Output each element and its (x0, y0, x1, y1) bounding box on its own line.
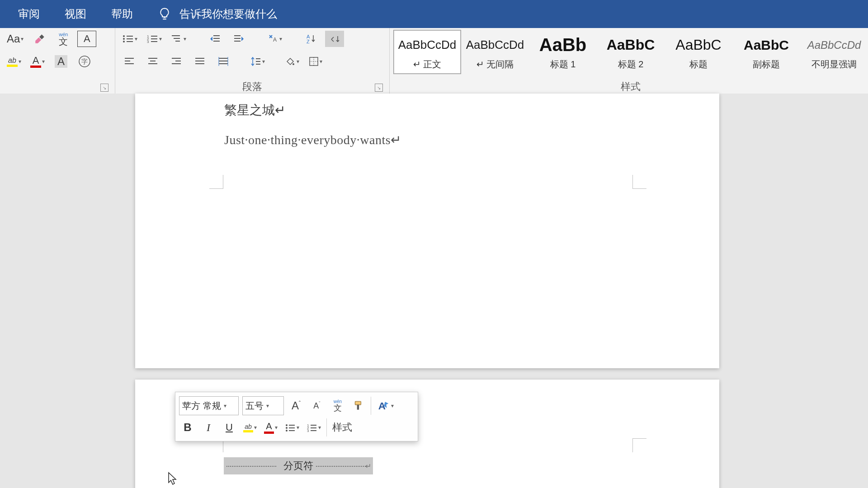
style-item[interactable]: AaBb标题 1 (529, 30, 597, 74)
eraser-icon (34, 33, 46, 45)
numbering-icon: 123 (146, 34, 158, 44)
svg-rect-18 (213, 38, 220, 39)
svg-rect-16 (175, 41, 180, 42)
page-break-indicator[interactable]: 分页符 ↵ (224, 457, 373, 474)
styles-gallery-row: AaBbCcDd↵ 正文AaBbCcDd↵ 无间隔AaBb标题 1AaBbC标题… (393, 30, 868, 74)
mini-styles-label-button[interactable]: 样式 (330, 418, 354, 436)
svg-rect-36 (195, 61, 204, 61)
bullets-icon (285, 423, 296, 432)
svg-rect-41 (256, 58, 260, 59)
align-right-button[interactable] (167, 53, 186, 70)
doc-line-2: Just·one·thing·everybody·wants↵ (224, 132, 401, 147)
style-item[interactable]: AaBbCcDd↵ 无间隔 (461, 30, 529, 74)
char-shading-button[interactable]: A (52, 53, 71, 70)
svg-rect-14 (172, 35, 180, 36)
mini-grow-font-button[interactable]: Aˆ (288, 397, 305, 415)
sort-button[interactable]: AZ (302, 31, 321, 47)
svg-text:3: 3 (147, 40, 149, 44)
svg-rect-29 (148, 58, 157, 59)
change-case-button[interactable]: Aa▾ (5, 31, 26, 47)
bullets-button[interactable]: ▾ (120, 31, 140, 47)
svg-rect-56 (289, 430, 295, 431)
mini-underline-button[interactable]: U (221, 418, 238, 436)
svg-rect-58 (311, 425, 316, 426)
paragraph-group-launcher[interactable]: ↘ (375, 84, 383, 92)
multilevel-list-button[interactable]: ▾ (169, 31, 189, 47)
show-marks-button[interactable] (325, 31, 344, 47)
decrease-indent-button[interactable] (206, 31, 225, 47)
lightbulb-icon (158, 7, 171, 21)
ribbon: Aa▾ wén文 A ab▾ A▾ A 字 (0, 28, 868, 94)
font-color-button[interactable]: A▾ (28, 53, 47, 70)
font-group-launcher[interactable]: ↘ (100, 84, 108, 92)
enclosed-char-icon: 字 (78, 55, 91, 68)
bullets-icon (122, 34, 134, 44)
svg-rect-38 (219, 58, 228, 59)
tab-review[interactable]: 审阅 (18, 7, 40, 21)
clear-formatting-button[interactable] (30, 31, 49, 47)
mini-numbering-button[interactable]: 123▾ (305, 418, 323, 436)
page-1[interactable]: 繁星之城↵ Just·one·thing·everybody·wants↵ (135, 94, 719, 368)
borders-button[interactable]: ▾ (306, 53, 325, 70)
styles-icon: A (377, 399, 390, 413)
group-styles: AaBbCcDd↵ 正文AaBbCcDd↵ 无间隔AaBb标题 1AaBbC标题… (390, 28, 868, 94)
svg-rect-19 (213, 41, 220, 42)
svg-rect-37 (195, 63, 204, 64)
tell-me-search[interactable]: 告诉我你想要做什么 (158, 7, 277, 21)
style-item[interactable]: AaBbCcDd不明显强调 (800, 30, 868, 74)
mini-shrink-font-button[interactable]: Aˇ (308, 397, 326, 415)
margin-mark (632, 438, 646, 452)
character-border-button[interactable]: A (77, 31, 96, 47)
svg-rect-32 (172, 58, 181, 59)
indent-icon (233, 34, 244, 44)
mini-font-size-combo[interactable]: 五号▾ (242, 396, 284, 415)
svg-rect-11 (151, 38, 157, 39)
mini-highlight-button[interactable]: ab▾ (241, 418, 259, 436)
align-right-icon (171, 57, 182, 66)
svg-rect-60 (311, 427, 316, 428)
distributed-button[interactable] (214, 53, 233, 70)
enclose-characters-button[interactable]: 字 (75, 53, 94, 70)
svg-rect-33 (175, 61, 181, 61)
borders-icon (309, 56, 319, 66)
phonetic-guide-button[interactable]: wén文 (54, 31, 73, 47)
mini-phonetic-button[interactable]: wén文 (329, 397, 346, 415)
mini-italic-button[interactable]: I (200, 418, 217, 436)
styles-group-label: 样式 (621, 80, 641, 94)
svg-rect-20 (234, 35, 241, 36)
style-item[interactable]: AaBbC副标题 (732, 30, 800, 74)
mini-format-painter-button[interactable] (350, 397, 367, 415)
tab-help[interactable]: 帮助 (111, 7, 133, 21)
mini-bold-button[interactable]: B (179, 418, 196, 436)
mini-bullets-button[interactable]: ▾ (283, 418, 301, 436)
style-item[interactable]: AaBbC标题 2 (597, 30, 665, 74)
shading-button[interactable]: ▾ (283, 53, 302, 70)
mini-styles-button[interactable]: A▾ (375, 397, 396, 415)
mini-font-color-button[interactable]: A▾ (262, 418, 279, 436)
tab-view[interactable]: 视图 (65, 7, 86, 21)
justify-button[interactable] (190, 53, 209, 70)
style-item[interactable]: AaBbCcDd↵ 正文 (393, 30, 461, 74)
svg-rect-17 (213, 35, 220, 36)
increase-indent-button[interactable] (229, 31, 248, 47)
highlight-color-button[interactable]: ab▾ (5, 53, 24, 70)
svg-text:A: A (273, 37, 277, 43)
style-name: 不明显强调 (811, 58, 857, 70)
asian-layout-button[interactable]: A▾ (265, 31, 284, 47)
mini-font-name-combo[interactable]: 苹方 常规▾ (179, 396, 239, 415)
svg-rect-35 (195, 58, 204, 59)
mini-toolbar: 苹方 常规▾ 五号▾ Aˆ Aˇ wén文 A▾ B I U ab▾ A▾ ▾ … (175, 392, 418, 441)
align-left-button[interactable] (120, 53, 139, 70)
svg-point-51 (286, 424, 288, 426)
numbering-button[interactable]: 123▾ (144, 31, 164, 47)
style-item[interactable]: AaBbC标题 (665, 30, 732, 74)
align-left-icon (124, 57, 135, 66)
svg-point-53 (286, 427, 288, 429)
asian-layout-icon: A (268, 33, 278, 44)
numbering-icon: 123 (307, 423, 317, 432)
line-spacing-button[interactable]: ▾ (248, 53, 267, 70)
align-center-button[interactable] (143, 53, 162, 70)
svg-point-2 (123, 35, 125, 37)
distributed-icon (218, 57, 229, 66)
svg-rect-62 (311, 430, 316, 431)
